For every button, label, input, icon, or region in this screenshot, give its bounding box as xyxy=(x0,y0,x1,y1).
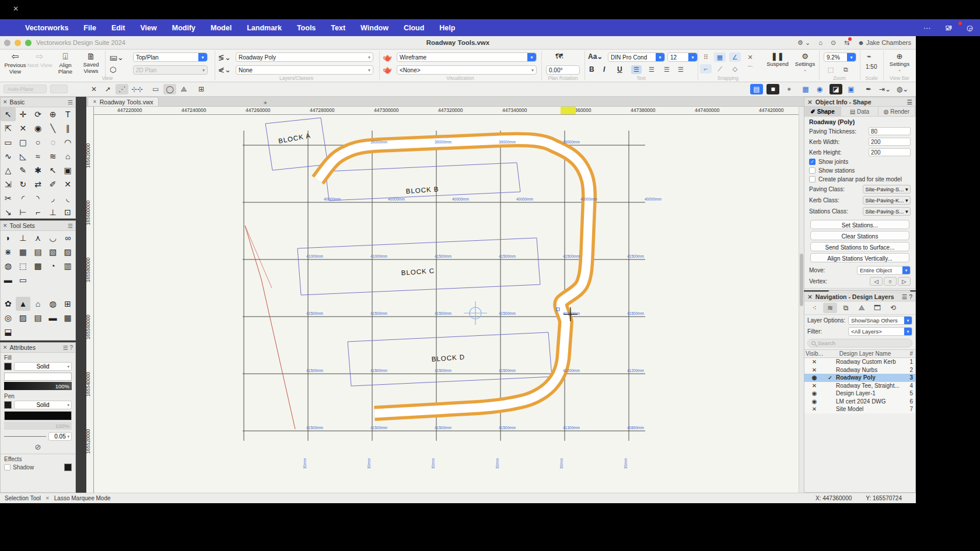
layer-row-roadway-tee-straight-[interactable]: ✕Roadway Tee, Straight...4 xyxy=(804,382,915,390)
hidden-icon[interactable]: ✕ xyxy=(804,406,824,412)
pad-tool-icon[interactable]: ⬚ xyxy=(16,259,31,273)
send-stations-to-surface-button[interactable]: Send Stations to Surface... xyxy=(810,242,909,251)
next-view-button[interactable]: ⇨Next View xyxy=(27,51,52,68)
snap-distance-button[interactable]: ◇ xyxy=(729,64,741,73)
close-icon[interactable]: ✕ xyxy=(3,99,8,105)
align-stations-vertically-button[interactable]: Align Stations Vertically... xyxy=(810,253,909,262)
align-plane-button[interactable]: ⍗Align Plane xyxy=(52,51,78,75)
mode-disclose-icon[interactable]: ✕ xyxy=(88,84,100,94)
menu-item-landmark[interactable]: Landmark xyxy=(239,24,289,32)
close-icon[interactable]: ✕ xyxy=(13,5,19,13)
palette-menu-icon[interactable]: ☰ xyxy=(68,99,73,106)
column-header[interactable]: Design Layer Name xyxy=(824,350,906,357)
menu-item-help[interactable]: Help xyxy=(432,24,463,32)
layer-row-design-layer-1[interactable]: ◉Design Layer-15 xyxy=(804,389,915,398)
close-icon[interactable]: ✕ xyxy=(807,99,813,106)
triangle-tool-icon[interactable]: △ xyxy=(1,163,16,177)
roadway-curved-tool-icon[interactable]: ◔ xyxy=(46,259,61,273)
layer-row-roadway-custom-kerb[interactable]: ✕Roadway Custom Kerb1 xyxy=(804,358,915,366)
half-square-category-icon[interactable]: ⬓ xyxy=(1,325,16,339)
mirror-tool-icon[interactable]: ⇄ xyxy=(30,177,46,191)
fill-style-dropdown[interactable]: Solid▾ xyxy=(14,362,72,371)
loop-road-tool-icon[interactable]: ∞ xyxy=(60,231,75,245)
shadow-color-swatch[interactable] xyxy=(64,464,72,471)
detail-category-icon[interactable]: ▦ xyxy=(60,311,75,325)
double-line-tool-icon[interactable]: ∥ xyxy=(60,121,75,135)
marquee-rectangle-icon[interactable]: ▭ xyxy=(149,84,162,94)
render-style-icon[interactable]: 🫖 xyxy=(383,65,392,74)
fit-page-icon[interactable]: ⧉ xyxy=(840,65,852,74)
home-icon[interactable]: ⌂ xyxy=(818,39,822,46)
nav-classes-icon[interactable]: ⟁ xyxy=(855,303,869,313)
more-menu-icon[interactable]: ··· xyxy=(916,23,938,32)
text-style-button[interactable]: Aa⌄ xyxy=(588,52,603,61)
menu-item-file[interactable]: File xyxy=(76,24,104,32)
checkbox-create-planar-pad-for-site-model[interactable] xyxy=(809,176,816,183)
marquee-tool-icon[interactable]: ▣ xyxy=(60,163,75,177)
interactive-scaling-icon[interactable]: ⊞ xyxy=(195,84,208,94)
film-category-icon[interactable]: ▨ xyxy=(16,311,31,325)
camera-category-icon[interactable]: ▤ xyxy=(30,311,46,325)
layer-row-roadway-nurbs[interactable]: ✕Roadway Nurbs2 xyxy=(804,366,915,374)
text-tool-icon[interactable]: T xyxy=(60,107,75,121)
new-tab-button[interactable]: + xyxy=(264,99,267,106)
dimension-tool-icon[interactable]: ⊢ xyxy=(16,205,31,219)
selection-tool-icon[interactable]: ↖ xyxy=(1,107,16,121)
menu-app-name[interactable]: Vectorworks xyxy=(18,24,76,32)
render-mode-icon[interactable]: 🫖 xyxy=(383,53,392,62)
camera-tool-icon[interactable]: ⊡ xyxy=(60,205,75,219)
eye-icon[interactable]: ◉ xyxy=(804,398,824,405)
roadway-poly-tool-icon[interactable]: ▩ xyxy=(30,259,46,273)
move-by-points-tool-icon[interactable]: ↘ xyxy=(1,205,16,219)
select-similar-tool-icon[interactable]: ⇱ xyxy=(1,121,16,135)
menu-item-tools[interactable]: Tools xyxy=(289,24,323,32)
spline-tool-icon[interactable]: ≋ xyxy=(46,149,61,163)
shadow-checkbox[interactable] xyxy=(4,464,10,471)
pen-swatch[interactable] xyxy=(4,401,12,409)
eye-icon[interactable]: ◉ xyxy=(804,374,824,381)
wand-tool-icon[interactable]: ✱ xyxy=(30,163,46,177)
grid-category-icon[interactable]: ⊞ xyxy=(60,297,75,311)
locus-tool-icon[interactable]: ✕ xyxy=(16,121,31,135)
font-dropdown[interactable]: DIN Pro Cond▾ xyxy=(608,52,665,62)
render-sub-dropdown[interactable]: <None>▾ xyxy=(397,65,537,75)
nav-references-icon[interactable]: ⟲ xyxy=(886,303,900,313)
surface-tool-icon[interactable]: ◟ xyxy=(60,191,75,205)
branch-tool-icon[interactable]: ⋏ xyxy=(30,231,46,245)
rounded-rectangle-tool-icon[interactable]: ▢ xyxy=(16,135,31,149)
auto-plane-sub-button[interactable] xyxy=(50,85,68,93)
view-sub-dropdown[interactable]: 2D Plan▾ xyxy=(133,65,208,75)
hidden-icon[interactable]: ✕ xyxy=(804,359,824,365)
parking-tool-icon[interactable]: ▥ xyxy=(60,259,75,273)
marquee-lasso-icon[interactable]: ◯ xyxy=(163,84,176,94)
close-icon[interactable]: ✕ xyxy=(3,223,8,229)
plan-rotation-field[interactable]: 0.00° xyxy=(546,65,580,75)
globe-category-icon[interactable]: ◍ xyxy=(46,297,61,311)
fill-swatch[interactable] xyxy=(4,363,12,370)
pen-opacity-slider[interactable]: 100% xyxy=(4,422,72,430)
view-mode-dropdown[interactable]: Top/Plan▾ xyxy=(133,52,208,62)
saved-views-button[interactable]: 🗎Saved Views xyxy=(78,51,104,74)
oi-field-2[interactable]: 200 xyxy=(869,148,911,156)
eye-icon[interactable]: ◉ xyxy=(804,390,824,396)
menu-item-edit[interactable]: Edit xyxy=(104,24,133,32)
close-icon[interactable]: ✕ xyxy=(807,293,813,300)
freehand-tool-icon[interactable]: ∿ xyxy=(1,149,16,163)
focus-mode-icon[interactable]: ◶ xyxy=(960,23,980,32)
fence-tool-icon[interactable]: ▬ xyxy=(1,273,16,287)
site-planning-category-icon[interactable]: ▲ xyxy=(16,297,31,311)
circle-tool-icon[interactable]: ○ xyxy=(30,135,46,149)
checkbox-show-joints[interactable]: ✓ xyxy=(809,159,816,165)
align-center-button[interactable]: ☰ xyxy=(646,65,657,74)
unified-view-toggle-icon[interactable]: ▤ xyxy=(750,84,763,94)
scale-icon[interactable]: ⌁ xyxy=(867,52,872,61)
classes-icon[interactable]: ⋞⌄ xyxy=(218,65,231,74)
snap-grid-button[interactable]: ⠿ xyxy=(700,52,712,62)
align-left-button[interactable]: ☰ xyxy=(631,65,642,74)
filter-dropdown[interactable]: <All Layers>▾ xyxy=(848,327,912,336)
tab-close-icon[interactable]: ✕ xyxy=(93,99,97,104)
export-tool-icon[interactable]: ⇥⌄ xyxy=(878,84,891,94)
tab-data[interactable]: ▤ Data xyxy=(841,107,878,116)
checkbox-show-stations[interactable] xyxy=(809,167,816,174)
snap-smart-point-button[interactable]: ⌐ xyxy=(700,64,712,73)
